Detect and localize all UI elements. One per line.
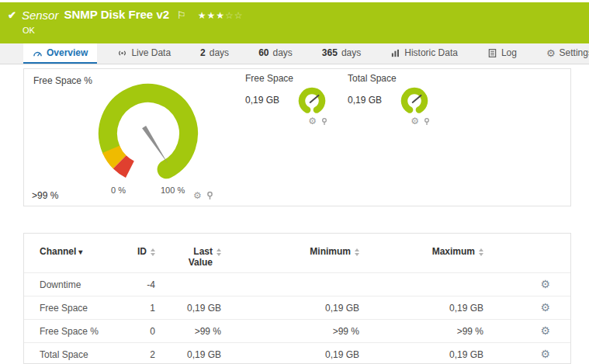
gear-icon[interactable]: ⚙ — [193, 191, 202, 200]
gauge-scale-min: 0 % — [111, 185, 126, 195]
channel-name-cell: Downtime — [24, 273, 125, 296]
free-space-gauge — [296, 85, 327, 116]
column-header-channel[interactable]: Channel▾ — [24, 234, 125, 273]
pin-icon[interactable] — [424, 117, 430, 126]
channel-settings-gear-icon[interactable]: ⚙ — [540, 324, 550, 337]
free-space-label: Free Space — [245, 74, 338, 84]
sensor-title: SNMP Disk Free v2 — [64, 9, 169, 22]
sort-icon — [355, 248, 359, 256]
pin-icon[interactable] — [321, 117, 327, 126]
channels-table: Channel▾ ID Last Value Minimum Maximum — [24, 234, 570, 364]
channels-table-panel: Channel▾ ID Last Value Minimum Maximum — [23, 233, 571, 364]
tab-365-days[interactable]: 365 days — [313, 43, 370, 64]
tab-log[interactable]: Log — [478, 43, 526, 64]
tab-live-data[interactable]: Live Data — [108, 43, 180, 64]
free-space-gauge-controls: ⚙ — [308, 116, 327, 126]
column-header-maximum[interactable]: Maximum — [366, 234, 490, 273]
channel-settings-gear-icon[interactable]: ⚙ — [540, 348, 550, 360]
free-space-gauge-block: Free Space 0,19 GB ⚙ — [245, 74, 338, 126]
last-value-cell: 0,19 GB — [161, 343, 227, 364]
channel-id-cell: 2 — [125, 343, 161, 364]
last-value-cell: >99 % — [161, 320, 227, 343]
tab-label: days — [210, 47, 229, 58]
table-row[interactable]: Total Space 2 0,19 GB 0,19 GB 0,19 GB ⚙ — [24, 343, 570, 364]
tab-overview[interactable]: Overview — [23, 43, 97, 64]
stars-empty: ☆☆ — [225, 10, 244, 21]
tab-bar: Overview Live Data 2 days 60 days 365 da… — [0, 43, 589, 64]
channel-name-cell: Free Space % — [24, 320, 125, 343]
total-space-gauge-controls: ⚙ — [411, 116, 430, 126]
tab-label: Log — [501, 47, 517, 58]
table-row[interactable]: Free Space 1 0,19 GB 0,19 GB 0,19 GB ⚙ — [24, 296, 570, 320]
sort-icon — [217, 248, 221, 256]
primary-gauge-controls: ⚙ — [193, 191, 213, 200]
minimum-cell — [227, 273, 366, 296]
minimum-cell: 0,19 GB — [227, 296, 366, 320]
minimum-cell: >99 % — [227, 320, 366, 343]
tab-60-days[interactable]: 60 days — [249, 43, 302, 64]
column-header-minimum[interactable]: Minimum — [227, 234, 366, 273]
total-space-gauge — [399, 85, 430, 116]
column-header-actions — [490, 234, 570, 273]
maximum-cell: >99 % — [366, 320, 490, 343]
free-space-percent-gauge — [90, 75, 206, 192]
maximum-cell: 0,19 GB — [366, 296, 490, 320]
channel-id-cell: 0 — [125, 320, 161, 343]
gauge-needle — [142, 126, 168, 164]
tab-label: Overview — [47, 47, 88, 58]
channel-settings-gear-icon[interactable]: ⚙ — [540, 301, 550, 314]
table-row[interactable]: Downtime -4 ⚙ — [24, 273, 570, 296]
flag-icon[interactable]: ⚐ — [177, 10, 186, 20]
sort-icon — [151, 248, 155, 256]
maximum-cell: 0,19 GB — [366, 343, 490, 364]
header-label: Channel — [40, 246, 76, 257]
channel-id-cell: -4 — [125, 273, 161, 296]
log-icon — [487, 48, 497, 58]
tab-settings[interactable]: ⚙ Settings — [537, 43, 589, 64]
last-value-cell: 0,19 GB — [161, 296, 227, 320]
tab-historic-data[interactable]: Historic Data — [381, 43, 467, 64]
minimum-cell: 0,19 GB — [227, 343, 366, 364]
sensor-header: ✔ Sensor SNMP Disk Free v2 ⚐ ★★★☆☆ OK — [0, 2, 589, 43]
pin-icon[interactable] — [206, 191, 213, 200]
column-header-last-value[interactable]: Last Value — [161, 234, 227, 273]
gauge-needle — [310, 95, 319, 102]
settings-gear-icon: ⚙ — [546, 48, 556, 58]
gear-icon[interactable]: ⚙ — [308, 116, 317, 126]
tab-label: Settings — [560, 47, 589, 58]
stars-filled: ★★★ — [198, 10, 225, 21]
header-label: ID — [137, 246, 147, 257]
sort-icon — [479, 248, 483, 256]
tab-label: Historic Data — [404, 47, 458, 58]
table-row[interactable]: Free Space % 0 >99 % >99 % >99 % ⚙ — [24, 320, 570, 343]
dropdown-caret-icon: ▾ — [78, 248, 82, 256]
header-label: Minimum — [310, 246, 351, 257]
free-space-value: 0,19 GB — [245, 95, 289, 106]
historic-data-chart-icon — [390, 48, 400, 58]
maximum-cell — [366, 273, 490, 296]
live-data-icon — [117, 48, 127, 58]
column-header-id[interactable]: ID — [125, 234, 161, 273]
tab-number: 365 — [322, 47, 338, 58]
channel-name-cell: Total Space — [24, 343, 125, 364]
tab-label: days — [341, 47, 361, 58]
gauge-needle — [413, 95, 421, 102]
channel-id-cell: 1 — [125, 296, 161, 320]
table-header-row: Channel▾ ID Last Value Minimum Maximum — [24, 234, 570, 273]
tab-number: 2 — [200, 47, 206, 58]
overview-gauge-icon — [33, 48, 43, 58]
overview-gauges-panel: Free Space % 0 % 100 % >99 % ⚙ Free Spac… — [23, 68, 571, 206]
header-label: Maximum — [432, 246, 475, 257]
primary-gauge-value: >99 % — [32, 190, 58, 201]
header-label: Last Value — [183, 246, 213, 268]
tab-2-days[interactable]: 2 days — [191, 43, 238, 64]
sensor-kicker: Sensor — [22, 9, 59, 22]
total-space-label: Total Space — [348, 74, 441, 84]
prtg-sensor-page: ✔ Sensor SNMP Disk Free v2 ⚐ ★★★☆☆ OK Ov… — [0, 0, 589, 364]
gear-icon[interactable]: ⚙ — [411, 116, 419, 126]
channel-settings-gear-icon[interactable]: ⚙ — [540, 278, 550, 290]
status-ok-check-icon: ✔ — [8, 10, 16, 20]
priority-star-rating[interactable]: ★★★☆☆ — [198, 11, 244, 20]
gauge-scale-max: 100 % — [161, 185, 185, 195]
total-space-gauge-block: Total Space 0,19 GB ⚙ — [348, 74, 441, 126]
